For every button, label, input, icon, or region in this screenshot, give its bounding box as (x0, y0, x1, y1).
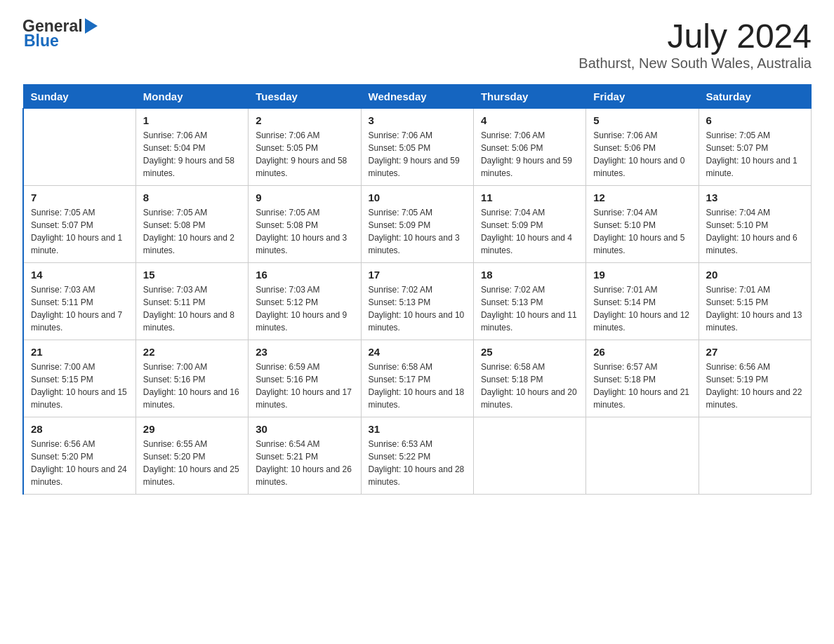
calendar-cell: 6Sunrise: 7:05 AMSunset: 5:07 PMDaylight… (699, 109, 811, 186)
cell-day-number: 10 (369, 192, 466, 203)
title-block: July 2024 Bathurst, New South Wales, Aus… (578, 17, 812, 72)
cell-sun-info: Sunrise: 7:06 AMSunset: 5:06 PMDaylight:… (593, 129, 691, 180)
cell-sun-info: Sunrise: 6:53 AMSunset: 5:22 PMDaylight:… (369, 438, 466, 488)
logo: General Blue (22, 17, 98, 51)
cell-sun-info: Sunrise: 6:58 AMSunset: 5:18 PMDaylight:… (481, 361, 578, 411)
calendar-cell: 24Sunrise: 6:58 AMSunset: 5:17 PMDayligh… (361, 340, 473, 417)
calendar-header-row: SundayMondayTuesdayWednesdayThursdayFrid… (23, 85, 812, 109)
cell-day-number: 28 (31, 423, 128, 435)
cell-day-number: 13 (706, 192, 804, 203)
calendar-cell: 16Sunrise: 7:03 AMSunset: 5:12 PMDayligh… (249, 263, 361, 340)
cell-day-number: 30 (256, 423, 353, 435)
calendar-cell: 26Sunrise: 6:57 AMSunset: 5:18 PMDayligh… (586, 340, 699, 417)
calendar-cell: 1Sunrise: 7:06 AMSunset: 5:04 PMDaylight… (135, 109, 248, 186)
calendar-cell (586, 417, 699, 495)
calendar-week-row: 7Sunrise: 7:05 AMSunset: 5:07 PMDaylight… (23, 186, 812, 263)
cell-sun-info: Sunrise: 7:03 AMSunset: 5:11 PMDaylight:… (31, 283, 128, 334)
calendar-cell: 20Sunrise: 7:01 AMSunset: 5:15 PMDayligh… (699, 263, 811, 340)
calendar-table: SundayMondayTuesdayWednesdayThursdayFrid… (22, 84, 812, 495)
cell-sun-info: Sunrise: 7:06 AMSunset: 5:04 PMDaylight:… (143, 129, 241, 180)
cell-day-number: 15 (143, 269, 241, 281)
cell-sun-info: Sunrise: 7:03 AMSunset: 5:12 PMDaylight:… (256, 283, 353, 334)
cell-day-number: 24 (369, 346, 466, 358)
calendar-cell: 8Sunrise: 7:05 AMSunset: 5:08 PMDaylight… (135, 186, 248, 263)
calendar-week-row: 21Sunrise: 7:00 AMSunset: 5:15 PMDayligh… (23, 340, 812, 417)
calendar-cell: 9Sunrise: 7:05 AMSunset: 5:08 PMDaylight… (249, 186, 361, 263)
page-subtitle: Bathurst, New South Wales, Australia (578, 55, 812, 72)
calendar-cell: 5Sunrise: 7:06 AMSunset: 5:06 PMDaylight… (586, 109, 699, 186)
cell-sun-info: Sunrise: 7:03 AMSunset: 5:11 PMDaylight:… (143, 283, 241, 334)
cell-day-number: 29 (143, 423, 241, 435)
calendar-cell: 29Sunrise: 6:55 AMSunset: 5:20 PMDayligh… (135, 417, 248, 495)
calendar-cell: 13Sunrise: 7:04 AMSunset: 5:10 PMDayligh… (699, 186, 811, 263)
calendar-cell: 15Sunrise: 7:03 AMSunset: 5:11 PMDayligh… (135, 263, 248, 340)
cell-sun-info: Sunrise: 6:58 AMSunset: 5:17 PMDaylight:… (369, 361, 466, 411)
logo-triangle-icon (85, 18, 98, 34)
calendar-cell: 3Sunrise: 7:06 AMSunset: 5:05 PMDaylight… (361, 109, 473, 186)
calendar-cell: 11Sunrise: 7:04 AMSunset: 5:09 PMDayligh… (473, 186, 585, 263)
calendar-week-row: 1Sunrise: 7:06 AMSunset: 5:04 PMDaylight… (23, 109, 812, 186)
calendar-cell: 10Sunrise: 7:05 AMSunset: 5:09 PMDayligh… (361, 186, 473, 263)
cell-day-number: 6 (706, 114, 804, 126)
cell-sun-info: Sunrise: 7:06 AMSunset: 5:06 PMDaylight:… (481, 129, 578, 180)
page-title: July 2024 (578, 17, 812, 55)
cell-day-number: 31 (369, 423, 466, 435)
cell-sun-info: Sunrise: 7:01 AMSunset: 5:14 PMDaylight:… (593, 283, 691, 334)
calendar-cell: 30Sunrise: 6:54 AMSunset: 5:21 PMDayligh… (249, 417, 361, 495)
cell-day-number: 14 (31, 269, 128, 281)
col-header-tuesday: Tuesday (249, 85, 361, 109)
calendar-cell: 12Sunrise: 7:04 AMSunset: 5:10 PMDayligh… (586, 186, 699, 263)
cell-day-number: 2 (256, 114, 353, 126)
col-header-sunday: Sunday (23, 85, 135, 109)
cell-day-number: 16 (256, 269, 353, 281)
calendar-cell: 25Sunrise: 6:58 AMSunset: 5:18 PMDayligh… (473, 340, 585, 417)
calendar-cell: 22Sunrise: 7:00 AMSunset: 5:16 PMDayligh… (135, 340, 248, 417)
calendar-cell: 27Sunrise: 6:56 AMSunset: 5:19 PMDayligh… (699, 340, 811, 417)
cell-sun-info: Sunrise: 6:56 AMSunset: 5:20 PMDaylight:… (31, 438, 128, 488)
cell-sun-info: Sunrise: 7:05 AMSunset: 5:08 PMDaylight:… (256, 206, 353, 257)
cell-day-number: 11 (481, 192, 578, 203)
calendar-cell: 21Sunrise: 7:00 AMSunset: 5:15 PMDayligh… (23, 340, 135, 417)
calendar-cell: 14Sunrise: 7:03 AMSunset: 5:11 PMDayligh… (23, 263, 135, 340)
svg-marker-0 (85, 18, 98, 34)
col-header-friday: Friday (586, 85, 699, 109)
cell-sun-info: Sunrise: 7:05 AMSunset: 5:07 PMDaylight:… (706, 129, 804, 180)
cell-sun-info: Sunrise: 7:06 AMSunset: 5:05 PMDaylight:… (369, 129, 466, 180)
calendar-cell: 2Sunrise: 7:06 AMSunset: 5:05 PMDaylight… (249, 109, 361, 186)
cell-day-number: 1 (143, 114, 241, 126)
calendar-cell: 18Sunrise: 7:02 AMSunset: 5:13 PMDayligh… (473, 263, 585, 340)
cell-day-number: 23 (256, 346, 353, 358)
cell-sun-info: Sunrise: 6:56 AMSunset: 5:19 PMDaylight:… (706, 361, 804, 411)
cell-sun-info: Sunrise: 7:02 AMSunset: 5:13 PMDaylight:… (369, 283, 466, 334)
cell-day-number: 17 (369, 269, 466, 281)
logo-blue-text: Blue (22, 32, 59, 51)
cell-sun-info: Sunrise: 7:05 AMSunset: 5:07 PMDaylight:… (31, 206, 128, 257)
cell-day-number: 26 (593, 346, 691, 358)
cell-sun-info: Sunrise: 6:55 AMSunset: 5:20 PMDaylight:… (143, 438, 241, 488)
calendar-week-row: 14Sunrise: 7:03 AMSunset: 5:11 PMDayligh… (23, 263, 812, 340)
cell-day-number: 21 (31, 346, 128, 358)
cell-day-number: 20 (706, 269, 804, 281)
cell-day-number: 27 (706, 346, 804, 358)
cell-sun-info: Sunrise: 7:04 AMSunset: 5:09 PMDaylight:… (481, 206, 578, 257)
calendar-cell: 7Sunrise: 7:05 AMSunset: 5:07 PMDaylight… (23, 186, 135, 263)
cell-day-number: 9 (256, 192, 353, 203)
cell-day-number: 18 (481, 269, 578, 281)
calendar-cell: 17Sunrise: 7:02 AMSunset: 5:13 PMDayligh… (361, 263, 473, 340)
cell-day-number: 4 (481, 114, 578, 126)
cell-sun-info: Sunrise: 7:01 AMSunset: 5:15 PMDaylight:… (706, 283, 804, 334)
col-header-thursday: Thursday (473, 85, 585, 109)
calendar-cell: 28Sunrise: 6:56 AMSunset: 5:20 PMDayligh… (23, 417, 135, 495)
cell-day-number: 25 (481, 346, 578, 358)
cell-sun-info: Sunrise: 7:00 AMSunset: 5:15 PMDaylight:… (31, 361, 128, 411)
cell-day-number: 12 (593, 192, 691, 203)
cell-day-number: 7 (31, 192, 128, 203)
cell-day-number: 8 (143, 192, 241, 203)
calendar-cell (699, 417, 811, 495)
cell-sun-info: Sunrise: 7:06 AMSunset: 5:05 PMDaylight:… (256, 129, 353, 180)
calendar-cell: 19Sunrise: 7:01 AMSunset: 5:14 PMDayligh… (586, 263, 699, 340)
cell-day-number: 22 (143, 346, 241, 358)
calendar-week-row: 28Sunrise: 6:56 AMSunset: 5:20 PMDayligh… (23, 417, 812, 495)
cell-sun-info: Sunrise: 6:54 AMSunset: 5:21 PMDaylight:… (256, 438, 353, 488)
cell-sun-info: Sunrise: 7:04 AMSunset: 5:10 PMDaylight:… (593, 206, 691, 257)
